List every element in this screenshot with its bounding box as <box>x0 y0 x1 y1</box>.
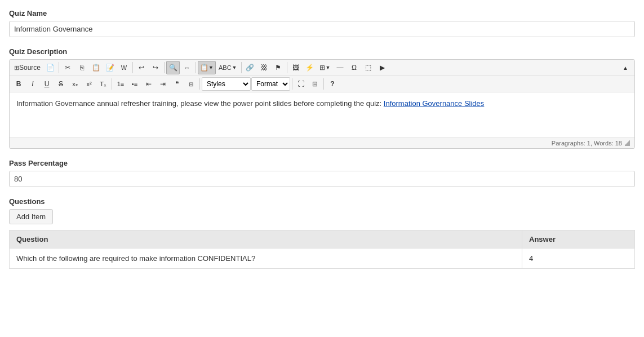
unlink-button[interactable]: ⛓ <box>257 61 271 74</box>
iframe-button[interactable]: ⬚ <box>361 61 375 74</box>
orderedlist-icon: 1≡ <box>117 81 125 87</box>
pass-percentage-input[interactable] <box>9 171 635 187</box>
quiz-name-section: Quiz Name <box>9 9 635 37</box>
image-button[interactable]: 🖼 <box>289 61 303 74</box>
orderedlist-button[interactable]: 1≡ <box>114 77 127 91</box>
subscript-icon: x₂ <box>72 81 78 88</box>
strikethrough-button[interactable]: S <box>54 77 68 91</box>
hline-icon: — <box>336 64 343 72</box>
showblocks-button[interactable]: ⊟ <box>308 77 322 91</box>
media-button[interactable]: ▶ <box>375 61 389 74</box>
media-icon: ▶ <box>380 64 385 72</box>
new-page-button[interactable]: 📄 <box>43 61 57 74</box>
specialchar-icon: Ω <box>352 64 357 72</box>
source-icon: ⊞ <box>14 64 19 72</box>
add-item-button[interactable]: Add Item <box>9 209 53 224</box>
new-page-icon: 📄 <box>46 64 55 72</box>
answer-cell: 4 <box>522 249 635 269</box>
toolbar-row-1: ⊞ Source 📄 ✂ ⎘ 📋 📝 W <box>10 60 634 76</box>
collapse-toolbar-button[interactable]: ▲ <box>619 61 632 74</box>
superscript-button[interactable]: x² <box>82 77 96 91</box>
quiz-name-label: Quiz Name <box>9 9 635 17</box>
copy-icon: ⎘ <box>80 64 84 72</box>
redo-button[interactable]: ↪ <box>149 61 162 74</box>
paste-text-button[interactable]: 📝 <box>103 61 117 74</box>
table-button[interactable]: ⊞ ▼ <box>317 61 333 74</box>
separator-2 <box>132 62 133 73</box>
anchor-button[interactable]: ⚑ <box>272 61 285 74</box>
source-button[interactable]: ⊞ Source <box>12 61 43 74</box>
separator-3 <box>164 62 165 73</box>
paste-from-word-button[interactable]: W <box>117 61 131 74</box>
spellcheck-icon: ABC <box>219 64 232 71</box>
separator-7 <box>112 78 112 90</box>
paste-word-icon: W <box>121 64 127 71</box>
italic-icon: I <box>32 80 33 88</box>
removeformat-icon: Tₓ <box>100 81 106 88</box>
unorderedlist-button[interactable]: •≡ <box>128 77 141 91</box>
replace-icon: ↔ <box>184 64 190 71</box>
description-link[interactable]: Information Governance Slides <box>384 99 484 108</box>
unlink-icon: ⛓ <box>261 64 268 72</box>
cut-icon: ✂ <box>65 64 70 72</box>
editor-content-area[interactable]: Information Governance annual refresher … <box>10 92 634 138</box>
resize-handle[interactable] <box>624 140 630 146</box>
separator-10 <box>323 78 324 90</box>
subscript-button[interactable]: x₂ <box>68 77 82 91</box>
flash-icon: ⚡ <box>305 64 314 72</box>
outdent-button[interactable]: ⇤ <box>142 77 156 91</box>
creatediv-button[interactable]: ⊟ <box>184 77 198 91</box>
separator-1 <box>59 62 59 73</box>
outdent-icon: ⇤ <box>146 80 152 88</box>
link-button[interactable]: 🔗 <box>243 61 257 74</box>
specialchar-button[interactable]: Ω <box>347 61 361 74</box>
superscript-icon: x² <box>86 81 91 87</box>
paste-text-icon: 📝 <box>106 64 114 72</box>
indent-button[interactable]: ⇥ <box>156 77 170 91</box>
bold-button[interactable]: B <box>12 77 25 91</box>
format-select[interactable]: Format Bold Italic <box>251 77 290 91</box>
flash-button[interactable]: ⚡ <box>303 61 317 74</box>
creatediv-icon: ⊟ <box>189 81 193 87</box>
paste-button[interactable]: 📋 <box>89 61 103 74</box>
hline-button[interactable]: — <box>333 61 347 74</box>
italic-button[interactable]: I <box>26 77 39 91</box>
maximize-button[interactable]: ⛶ <box>294 77 308 91</box>
blockquote-button[interactable]: ❝ <box>170 77 184 91</box>
quiz-name-input[interactable] <box>9 21 635 37</box>
editor-stats: Paragraphs: 1, Words: 18 <box>552 140 622 147</box>
anchor-icon: ⚑ <box>275 64 281 72</box>
collapse-icon: ▲ <box>623 65 628 71</box>
help-button[interactable]: ? <box>326 77 339 91</box>
undo-button[interactable]: ↩ <box>135 61 148 74</box>
copy-button[interactable]: ⎘ <box>75 61 88 74</box>
table-header-row: Question Answer <box>10 230 635 249</box>
cut-button[interactable]: ✂ <box>61 61 74 74</box>
table-header: Question Answer <box>10 230 635 249</box>
removeformat-button[interactable]: Tₓ <box>96 77 110 91</box>
separator-8 <box>199 78 200 90</box>
questions-section: Questions Add Item Question Answer Which… <box>9 197 635 269</box>
image-icon: 🖼 <box>292 64 299 72</box>
description-text: Information Governance annual refresher … <box>16 99 381 108</box>
styles-select[interactable]: Styles Paragraph Heading 1 Heading 2 Hea… <box>202 77 251 91</box>
replace-button[interactable]: ↔ <box>180 61 194 74</box>
rich-text-editor: ⊞ Source 📄 ✂ ⎘ 📋 📝 W <box>9 59 635 149</box>
find-icon: 🔍 <box>169 64 177 72</box>
questions-tbody: Which of the following are required to m… <box>10 249 635 269</box>
quiz-description-section: Quiz Description ⊞ Source 📄 ✂ ⎘ 📋 📝 <box>9 47 635 149</box>
spellcheck-button[interactable]: ABC ▼ <box>216 61 239 74</box>
questions-table: Question Answer Which of the following a… <box>9 230 635 269</box>
help-icon: ? <box>330 80 334 88</box>
unorderedlist-icon: •≡ <box>132 81 137 87</box>
answer-column-header: Answer <box>522 230 635 249</box>
paste-dropdown-button[interactable]: 📋 ▼ <box>198 61 216 74</box>
separator-4 <box>196 62 196 73</box>
iframe-icon: ⬚ <box>365 64 371 72</box>
pass-percentage-label: Pass Percentage <box>9 159 635 167</box>
find-button[interactable]: 🔍 <box>166 61 180 74</box>
separator-9 <box>292 78 292 90</box>
separator-6 <box>287 62 287 73</box>
underline-button[interactable]: U <box>40 77 54 91</box>
paste-icon: 📋 <box>92 64 100 72</box>
